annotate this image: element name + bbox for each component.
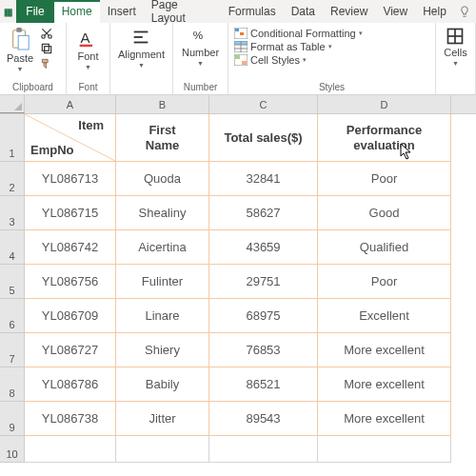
cell-performance[interactable]: Qualified xyxy=(318,230,451,265)
row-header[interactable]: 5 xyxy=(0,265,25,299)
tab-page-layout[interactable]: Page Layout xyxy=(144,0,221,23)
col-header-d[interactable]: D xyxy=(318,95,451,113)
tab-help[interactable]: Help xyxy=(415,0,454,23)
tab-formulas[interactable]: Formulas xyxy=(221,0,284,23)
cell-totalsales[interactable]: 76853 xyxy=(209,333,318,367)
cell-totalsales[interactable]: 43659 xyxy=(209,230,318,265)
table-row: 3YL086715Shealiny58627Good xyxy=(0,196,476,230)
header-performance[interactable]: Performance evaluation xyxy=(318,114,451,162)
row-header[interactable]: 1 xyxy=(0,114,25,162)
group-font: A Font ▼ Font xyxy=(67,23,110,94)
cell-firstname[interactable]: Fulinter xyxy=(116,265,209,299)
tab-data[interactable]: Data xyxy=(284,0,323,23)
cell-empno[interactable]: YL086715 xyxy=(25,196,116,230)
chevron-down-icon: ▼ xyxy=(197,60,204,67)
cell[interactable] xyxy=(209,436,318,463)
svg-rect-23 xyxy=(242,61,247,65)
chevron-down-icon: ▾ xyxy=(303,56,307,64)
cell-firstname[interactable]: Quoda xyxy=(116,162,209,196)
table-icon xyxy=(234,41,248,52)
format-painter-icon[interactable] xyxy=(40,57,53,70)
copy-icon[interactable] xyxy=(40,42,53,55)
corner-top-label: Item xyxy=(78,118,104,132)
cell-empno[interactable]: YL086742 xyxy=(25,230,116,265)
paste-button[interactable]: Paste ▼ xyxy=(4,25,36,74)
group-label-number: Number xyxy=(177,81,224,94)
cells-button[interactable]: Cells ▼ xyxy=(441,25,469,69)
cell-empno[interactable]: YL086709 xyxy=(25,299,116,333)
table-row: 5YL086756Fulinter29751Poor xyxy=(0,265,476,299)
group-clipboard: Paste ▼ Clipboard xyxy=(0,23,67,94)
header-total-sales[interactable]: Total sales($) xyxy=(209,114,318,162)
alignment-button[interactable]: Alignment ▼ xyxy=(115,25,168,70)
row-header[interactable]: 10 xyxy=(0,436,25,463)
cell-totalsales[interactable]: 68975 xyxy=(209,299,318,333)
chevron-down-icon: ▼ xyxy=(138,62,145,69)
cell-totalsales[interactable]: 86521 xyxy=(209,367,318,402)
cell-a1-diagonal[interactable]: Item EmpNo xyxy=(25,114,116,162)
conditional-formatting-button[interactable]: Conditional Formatting▾ xyxy=(232,27,365,40)
format-as-table-button[interactable]: Format as Table▾ xyxy=(232,40,365,53)
cell-firstname[interactable]: Shiery xyxy=(116,333,209,367)
row-header[interactable]: 3 xyxy=(0,196,25,230)
cell[interactable] xyxy=(25,436,116,463)
row-header[interactable]: 9 xyxy=(0,402,25,436)
cell-empno[interactable]: YL086756 xyxy=(25,265,116,299)
cell-totalsales[interactable]: 29751 xyxy=(209,265,318,299)
number-button[interactable]: % Number ▼ xyxy=(179,25,222,69)
cell[interactable] xyxy=(318,436,451,463)
cell-firstname[interactable]: Aicertina xyxy=(116,230,209,265)
tab-review[interactable]: Review xyxy=(323,0,375,23)
cut-icon[interactable] xyxy=(40,27,53,40)
cell-performance[interactable]: More excellent xyxy=(318,333,451,367)
font-button[interactable]: A Font ▼ xyxy=(74,25,101,72)
tab-file[interactable]: File xyxy=(16,0,53,23)
spreadsheet-grid: 1 Item EmpNo First Name Total sales($) P… xyxy=(0,114,476,463)
cell-performance[interactable]: Poor xyxy=(318,162,451,196)
tab-home[interactable]: Home xyxy=(54,0,100,23)
group-number: % Number ▼ Number xyxy=(173,23,228,94)
svg-rect-6 xyxy=(42,44,49,50)
cell-performance[interactable]: Good xyxy=(318,196,451,230)
table-row-blank: 10 xyxy=(0,436,476,463)
svg-rect-5 xyxy=(45,47,51,53)
table-row: 6YL086709Linare68975Excellent xyxy=(0,299,476,333)
cell-empno[interactable]: YL086727 xyxy=(25,333,116,367)
cell-empno[interactable]: YL086713 xyxy=(25,162,116,196)
cell-totalsales[interactable]: 58627 xyxy=(209,196,318,230)
col-header-c[interactable]: C xyxy=(209,95,318,113)
cell-firstname[interactable]: Jitter xyxy=(116,402,209,436)
group-label-font: Font xyxy=(70,81,106,94)
cell-empno[interactable]: YL086738 xyxy=(25,402,116,436)
cell-firstname[interactable]: Shealiny xyxy=(116,196,209,230)
cell-performance[interactable]: More excellent xyxy=(318,402,451,436)
row-header[interactable]: 8 xyxy=(0,367,25,402)
cell-performance[interactable]: Excellent xyxy=(318,299,451,333)
cell-empno[interactable]: YL086786 xyxy=(25,367,116,402)
select-all-corner[interactable] xyxy=(0,95,25,113)
cell-totalsales[interactable]: 89543 xyxy=(209,402,318,436)
col-header-a[interactable]: A xyxy=(25,95,116,113)
tab-view[interactable]: View xyxy=(375,0,415,23)
clipboard-tools xyxy=(40,25,53,70)
group-label-clipboard: Clipboard xyxy=(4,81,62,94)
cell-firstname[interactable]: Linare xyxy=(116,299,209,333)
svg-rect-22 xyxy=(235,55,240,59)
col-header-b[interactable]: B xyxy=(116,95,209,113)
table-header-row: 1 Item EmpNo First Name Total sales($) P… xyxy=(0,114,476,162)
cell-styles-button[interactable]: Cell Styles▾ xyxy=(232,53,365,67)
svg-rect-8 xyxy=(80,45,92,48)
cell-totalsales[interactable]: 32841 xyxy=(209,162,318,196)
row-header[interactable]: 7 xyxy=(0,333,25,367)
cell[interactable] xyxy=(116,436,209,463)
cell-performance[interactable]: Poor xyxy=(318,265,451,299)
cell-firstname[interactable]: Babily xyxy=(116,367,209,402)
row-header[interactable]: 2 xyxy=(0,162,25,196)
row-header[interactable]: 6 xyxy=(0,299,25,333)
row-header[interactable]: 4 xyxy=(0,230,25,265)
header-first-name[interactable]: First Name xyxy=(116,114,209,162)
tell-me-icon[interactable] xyxy=(454,0,476,23)
cell-performance[interactable]: More excellent xyxy=(318,367,451,402)
tab-insert[interactable]: Insert xyxy=(100,0,144,23)
svg-text:%: % xyxy=(192,29,202,41)
